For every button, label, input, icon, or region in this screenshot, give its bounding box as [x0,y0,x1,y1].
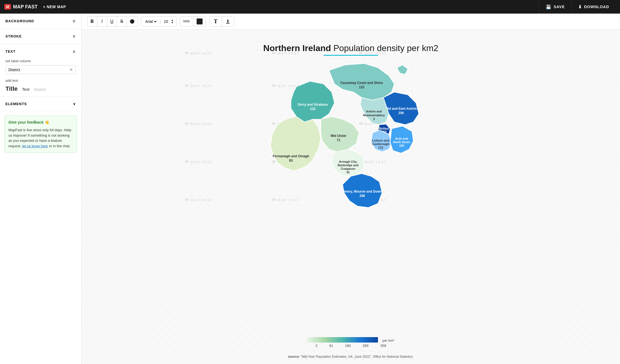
svg-rect-2 [187,20,188,21]
align-bottom-button[interactable] [222,17,234,26]
set-label-column-label: set label column [5,59,76,63]
legend-labels: 3 91 180 269 358 [315,344,386,348]
bold-button[interactable]: B [87,17,97,26]
align-top-button[interactable] [210,17,222,26]
source-line: source: "Mid-Year Population Estimates, … [288,355,414,359]
region-label-armagh2: Banbridge and [337,164,358,167]
text-type-text[interactable]: Text [22,87,30,92]
stroke-group [180,17,206,26]
stroke-header[interactable]: STROKE ∨ [0,29,81,44]
label-column-input[interactable] [8,68,67,72]
save-button[interactable]: 💾 SAVE [539,0,571,14]
region-value-antrim: 3 [373,117,375,121]
font-size-arrows: ▲ ▼ [171,19,173,24]
stroke-pattern-button[interactable] [180,17,193,26]
region-fermanagh-omagh[interactable] [271,117,321,171]
feedback-title: Give your feedback 👋 [8,120,73,125]
align-top-icon [213,19,218,24]
logo: M MAP FAST [4,4,38,10]
svg-rect-0 [183,20,184,21]
text-color-dot [130,19,134,24]
stroke-label: STROKE [5,34,22,38]
source-text: "Mid-Year Population Estimates, UK, June… [301,355,414,359]
svg-rect-4 [183,21,190,22]
map-svg-container: Fermanagh and Omagh 83 Derry and Straban… [256,57,446,220]
region-label-derry: Derry and Strabane [298,103,328,106]
logo-icon: M [4,4,11,10]
region-label-mid-ulster: Mid Ulster [331,134,346,138]
sidebar-section-text: TEXT ∧ set label column ✕ add text Title… [0,44,81,97]
new-map-button[interactable]: + NEW MAP [43,5,66,9]
map-title-area: Northern Ireland Population density per … [256,43,446,56]
legend-container: per km² 3 91 180 269 358 [307,337,394,348]
sidebar-section-background: BACKGROUND ∨ [0,14,81,29]
region-label-fermanagh: Fermanagh and Omagh [273,154,309,158]
text-section-content: set label column ✕ add text Title Text S… [0,59,81,97]
map-title-regular: Population density per km2 [331,43,438,53]
background-chevron-icon: ∨ [72,18,76,24]
underline-button[interactable]: U [107,17,117,26]
text-type-title[interactable]: Title [5,85,18,92]
align-bottom-icon [225,19,231,24]
region-value-newry: 298 [359,194,365,198]
region-value-lisburn: 112 [378,146,383,149]
background-label: BACKGROUND [5,19,34,23]
legend-unit: per km² [382,338,394,343]
svg-rect-3 [188,20,189,21]
watermark: 🗺 MAP FAST [185,122,213,126]
watermark: 🗺 MAP FAST [185,198,213,202]
clear-label-button[interactable]: ✕ [69,67,73,72]
text-color-button[interactable] [127,17,138,26]
background-header[interactable]: BACKGROUND ∨ [0,14,81,29]
region-causeway-island [397,65,408,74]
region-label-antrim2: Newtownabbey [363,114,385,117]
legend-q2: 180 [345,344,351,348]
toolbar: B I U S Arial | ▲ ▼ [82,14,620,30]
map-svg: Fermanagh and Omagh 83 Derry and Straban… [256,57,446,220]
font-size-down-button[interactable]: ▼ [171,21,173,24]
legend-row: per km² [307,337,394,343]
download-button[interactable]: ⬇ DOWNLOAD [571,0,616,14]
strikethrough-button[interactable]: S [117,17,127,26]
header-right: 💾 SAVE ⬇ DOWNLOAD [539,0,616,14]
add-text-label: add text [5,79,76,83]
region-label-newry: Newry, Mourne and Down [342,190,382,193]
map-title: Northern Ireland Population density per … [256,43,446,53]
text-type-source[interactable]: Source [34,87,46,92]
map-canvas[interactable]: 🗺 MAP FAST 🗺 MAP FAST 🗺 MAP FAST 🗺 MAP F… [82,30,620,364]
region-label-armagh3: Craigavon [341,167,355,170]
font-select[interactable]: Arial [144,19,157,24]
region-value-mid-east-antrim: 256 [398,111,404,115]
region-derry[interactable] [291,81,334,122]
region-label-ards: Ards and [395,137,408,140]
text-section-label: TEXT [5,49,16,54]
region-value-fermanagh: 83 [289,159,293,162]
legend-bar [307,337,378,343]
header-left: M MAP FAST + NEW MAP [4,4,66,10]
map-title-bold: Northern Ireland [263,43,331,53]
svg-rect-6 [215,20,216,23]
text-chevron-icon: ∧ [72,49,76,54]
region-label-mid-east-antrim: Mid and East Antrim [385,107,417,111]
map-container: B I U S Arial | ▲ ▼ [82,14,620,364]
feedback-link[interactable]: let us know here [22,144,48,148]
font-group: Arial | ▲ ▼ [141,17,176,26]
title-underline [324,55,378,56]
text-type-row: Title Text Source [5,85,76,92]
elements-header[interactable]: ELEMENTS ∨ [0,97,81,111]
region-value-mid-ulster: 71 [337,138,340,142]
svg-rect-5 [214,19,218,20]
font-size-input[interactable] [162,19,170,24]
stroke-color-button[interactable] [193,17,206,26]
watermark: 🗺 MAP FAST [185,51,213,55]
region-label-lisburn2: Castlereagh [372,142,389,146]
elements-chevron-icon: ∨ [73,102,76,106]
italic-button[interactable]: I [97,17,107,26]
text-header[interactable]: TEXT ∧ [0,44,81,59]
sidebar: BACKGROUND ∨ STROKE ∨ TEXT ∧ set label c… [0,14,82,364]
header: M MAP FAST + NEW MAP 💾 SAVE ⬇ DOWNLOAD [0,0,620,14]
legend-q3: 269 [362,344,368,348]
stroke-chevron-icon: ∨ [72,34,76,39]
region-label-armagh: Armagh City, [339,160,357,163]
text-format-group: B I U S [87,16,138,27]
